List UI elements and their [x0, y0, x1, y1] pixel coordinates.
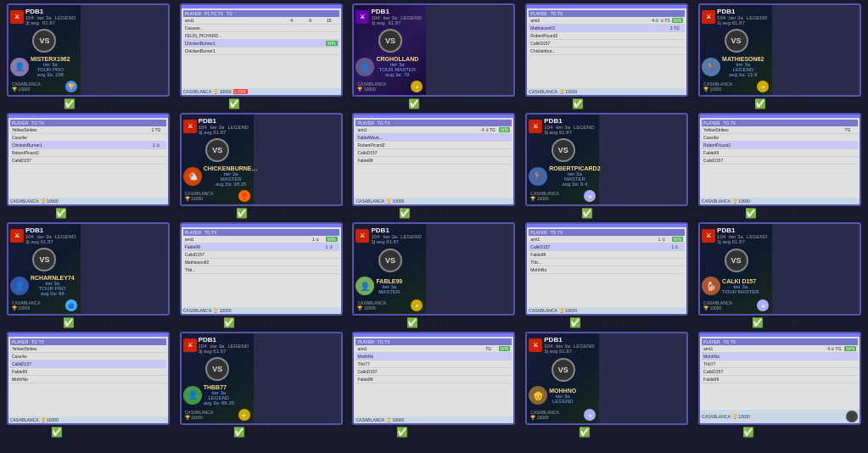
card-10[interactable]: ⚔ PDB1 104tier 3aLEGEND 3j avg 61.87 VS … [7, 222, 170, 316]
t-row-13-1: amt11 ①WIN [529, 236, 685, 243]
player-avg-4: avg 3a: 12.9 [722, 72, 764, 77]
t-row-17-4: CalkiD157 [356, 368, 512, 376]
t-row-1-5: ChickenBurner1 [183, 48, 339, 55]
card-15[interactable]: PLAYERTG TX YellowStrikes Cass4w CalkiD1… [7, 332, 170, 425]
table-15: PLAYERTG TX YellowStrikes Cass4w CalkiD1… [8, 337, 168, 417]
check-12: ✅ [406, 317, 418, 328]
venue-row-17: CASABLANCA 🏆 10000 [354, 417, 513, 423]
t-row-19-1: amt14 ① TGWIN [702, 345, 858, 353]
player-name-8: ROBERTPICARD2 [549, 165, 600, 171]
match-panel-12: ⚔ PDB1 104tier 3aLEGEND 3j avg 61.87 VS … [354, 224, 426, 314]
vs-12: VS [378, 249, 402, 272]
card-9[interactable]: PLAYERTG TX YellowStrikesTG Cass4w Rober… [698, 113, 861, 206]
venue-row-3: CASABLANCA 🏆 10000 [527, 88, 686, 95]
player-name-16: THBB77 [204, 384, 234, 390]
card-13[interactable]: PLAYERTG TX amt11 ①WIN CalkiD1571 ① Fabl… [525, 222, 688, 316]
venue-row-11: CASABLANCA 🏆 10000 [182, 307, 341, 314]
icon-6: 🦞 [238, 190, 250, 202]
t-row-13-3: Fable99 [529, 251, 685, 259]
vs-14: VS [725, 249, 748, 272]
player-info-16: 👤 THBB77 tier 3aLEGEND avg 3a: 68.25 [183, 384, 252, 405]
check-1: ✅ [228, 98, 240, 109]
t-row-7-1: amt14 ① TGWIN [356, 126, 512, 134]
card-11[interactable]: PLAYERTG TX amt11 ①WIN Fable991 ① CalkiD… [180, 222, 343, 316]
card-12[interactable]: ⚔ PDB1 104tier 3aLEGEND 3j avg 61.87 VS … [352, 222, 515, 316]
pdb1-avg-14: 3j avg 61.87 [717, 239, 767, 244]
card-4[interactable]: ⚔ PDB1 104tier 3aLEGEND 3j avg 61.87 VS … [698, 3, 861, 97]
t-row-3-2: Mathieson623 TG [529, 25, 685, 32]
pdb1-name-2: PDB1 [371, 8, 421, 15]
card-18[interactable]: ⚔ PDB1 104tier 3aLEGEND 3j avg 61.87 VS … [525, 332, 688, 425]
match-panel-6: ⚔ PDB1 104tier 3aLEGEND 3j avg 61.87 VS … [182, 115, 254, 204]
venue-row-15: CASABLANCA 🏆 10000 [8, 417, 168, 423]
card-8[interactable]: ⚔ PDB1 104tier 3aLEGEND 3j avg 61.87 VS … [525, 113, 688, 206]
check-14: ✅ [752, 317, 764, 328]
player-tier-16: tier 3aLEGEND [204, 390, 234, 400]
player-name-0: MISTERX1962 [31, 56, 70, 62]
player-info-18: 👴 MOHHNO tier 3aLEGEND [529, 386, 597, 405]
t-row-17-1: amt1TGWIN [356, 345, 512, 353]
t-row-11-4: Mathieson62 [183, 259, 339, 266]
pdb1-logo-6: ⚔ [183, 120, 197, 133]
t-row-3-1: amt14 ① ① TSWIN [529, 17, 685, 25]
card-0[interactable]: ⚔ PDB1 104tier 3aLEGEND 3j avg61.87 VS 👤… [7, 3, 170, 97]
pdb1-header-16: ⚔ PDB1 104tier 3aLEGEND 3j avg 61.87 [183, 336, 252, 354]
player-avg-16: avg 3a: 68.25 [204, 400, 234, 405]
check-6: ✅ [236, 208, 248, 219]
pdb1-avg-2: 3j avg61.87 [371, 20, 421, 25]
card-17[interactable]: PLAYERTG TX amt1TGWIN MohhNo Thb77 Calki… [352, 332, 515, 425]
coin-label-10: ✅ coin 7 9 d [63, 317, 114, 328]
icon-12: ✈ [411, 299, 423, 311]
check-15: ✅ [51, 427, 63, 438]
card-5[interactable]: PLAYERTG TX YellowStrikes1 TG Cass4w Chi… [7, 113, 170, 206]
match-panel-0: ⚔ PDB1 104tier 3aLEGEND 3j avg61.87 VS 👤… [8, 5, 81, 95]
pdb1-name-12: PDB1 [371, 226, 421, 234]
coin-label-14: ✅ coin 7 10 b [752, 317, 808, 328]
player-name-14: CALKI D157 [722, 278, 759, 284]
pdb1-name-18: PDB1 [544, 336, 594, 344]
check-5: ✅ [55, 208, 67, 219]
card-wrapper-10: ⚔ PDB1 104tier 3aLEGEND 3j avg 61.87 VS … [3, 222, 173, 328]
pdb1-logo-10: ⚔ [10, 229, 24, 243]
table-1: PLAYERPL TG TXTG amt14915 Cassow... FELI… [182, 8, 341, 88]
t-row-17-5: Fable99 [356, 376, 512, 383]
player-info-4: 🏌 MATHIESON62 tier 3aLEGEND avg 3a: 12.9 [702, 56, 770, 77]
match-panel-4: ⚔ PDB1 104tier 3aLEGEND 3j avg 61.87 VS … [700, 5, 772, 95]
t-row-3-4: CalkiD157 [529, 40, 685, 48]
vs-10: VS [32, 248, 56, 271]
player-name-10: RCHARNLEY74 [31, 275, 75, 281]
card-2[interactable]: ⚔ PDB1 104tier 3aLEGEND 3j avg61.87 VS 👤… [352, 3, 515, 97]
t-row-15-2: Cass4w [10, 353, 166, 361]
coin-label-11: ✅ coin 7 10 a sc w [223, 317, 299, 328]
coin-label-5: ✅ coin 7 9 b sc l [55, 208, 121, 219]
coins-6: 🏆 10000 [185, 196, 214, 201]
card-bottom-10: CASABLANCA 🏆 10000 🔵 [10, 299, 79, 311]
pdb1-name-6: PDB1 [199, 117, 249, 125]
card-wrapper-13: PLAYERTG TX amt11 ①WIN CalkiD1571 ① Fabl… [522, 222, 692, 328]
player-name-2: CRGHOLLAND [376, 56, 418, 62]
coin-label-3: ✅ coin 7 9 a sc w [572, 98, 642, 109]
pdb1-header-0: ⚔ PDB1 104tier 3aLEGEND 3j avg61.87 [10, 8, 79, 25]
check-9: ✅ [745, 208, 757, 219]
pdb1-name-0: PDB1 [25, 8, 76, 15]
check-11: ✅ [223, 317, 235, 328]
card-1[interactable]: PLAYERPL TG TXTG amt14915 Cassow... FELI… [180, 3, 343, 97]
player-info-2: 👤 CRGHOLLAND tier 3aTOUR MASTER avg 3a: … [356, 56, 424, 77]
t-row-17-3: Thb77 [356, 361, 512, 368]
t-row-5-4: RobertPicard2 [10, 149, 166, 157]
player-info-12: 👤 FABLE99 tier 3aMASTER [356, 277, 424, 295]
pdb1-avg-10: 3j avg 61.87 [25, 239, 76, 244]
t-row-1-2: Cassow... [183, 25, 339, 32]
check-3: ✅ [572, 98, 584, 109]
player-avg-10: avg 3a: 96 [31, 291, 75, 296]
pdb1-header-6: ⚔ PDB1 104tier 3aLEGEND 3j avg 61.87 [183, 117, 252, 135]
card-16[interactable]: ⚔ PDB1 104tier 3aLEGEND 3j avg 61.87 VS … [180, 332, 343, 425]
card-7[interactable]: PLAYERTG TX amt14 ① TGWIN FableWave... R… [352, 113, 515, 206]
card-6[interactable]: ⚔ PDB1 104tier 3aLEGEND 3j avg 61.87 VS … [180, 113, 343, 206]
coin-label-7: ✅ coin 7 9 c sc w [399, 208, 469, 219]
card-3[interactable]: PLAYERTG TX amt14 ① ① TSWIN Mathieson623… [525, 3, 688, 97]
t-row-3-5: Chickenbur... [529, 48, 685, 55]
pdb1-logo-0: ⚔ [10, 10, 24, 24]
card-19[interactable]: PLAYERTG TX amt14 ① TGWIN MohhNo Thb77 C… [698, 332, 861, 425]
card-14[interactable]: ⚔ PDB1 104tier 3aLEGEND 3j avg 61.87 VS … [698, 222, 861, 316]
